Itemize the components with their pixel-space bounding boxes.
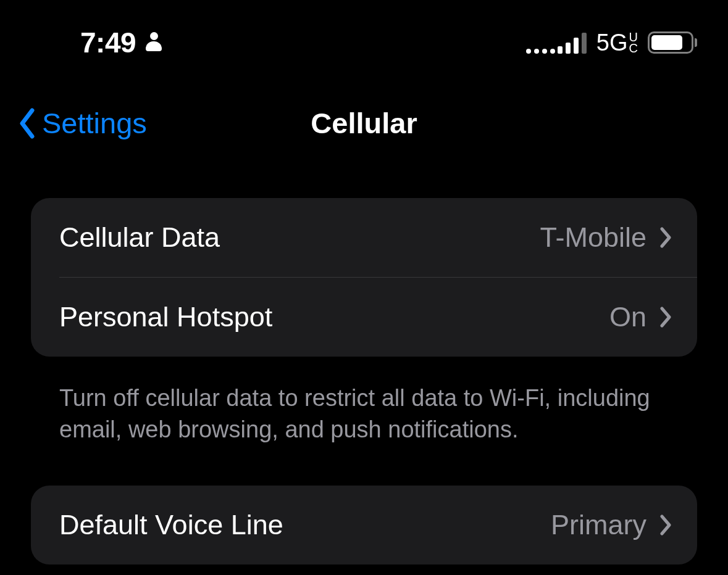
cellular-data-row[interactable]: Cellular Data T-Mobile [31,198,697,277]
cellular-signal-icon [529,31,587,54]
row-value: T-Mobile [540,221,646,254]
chevron-right-icon [660,307,672,328]
row-label: Default Voice Line [59,509,283,541]
page-title: Cellular [311,106,417,140]
row-label: Personal Hotspot [59,301,272,333]
row-label: Cellular Data [59,221,220,254]
status-bar: 7:49 5G U C [0,0,728,62]
status-time: 7:49 [80,26,136,59]
status-bar-left: 7:49 [80,26,163,59]
row-value: Primary [551,509,646,541]
row-value: On [609,301,646,333]
default-voice-line-row[interactable]: Default Voice Line Primary [31,486,697,565]
chevron-right-icon [660,515,672,536]
settings-group: Cellular Data T-Mobile Personal Hotspot … [31,198,697,357]
back-button[interactable]: Settings [19,106,147,140]
profile-icon [144,32,163,53]
chevron-right-icon [660,227,672,248]
nav-header: Settings Cellular [0,62,728,165]
group-footer: Turn off cellular data to restrict all d… [31,371,697,486]
back-label: Settings [42,106,147,140]
network-type: 5G U C [596,30,638,56]
battery-icon [648,31,697,54]
personal-hotspot-row[interactable]: Personal Hotspot On [31,278,697,357]
content: Cellular Data T-Mobile Personal Hotspot … [0,165,728,565]
settings-group: Default Voice Line Primary [31,486,697,565]
status-bar-right: 5G U C [529,30,697,56]
chevron-left-icon [19,108,37,139]
